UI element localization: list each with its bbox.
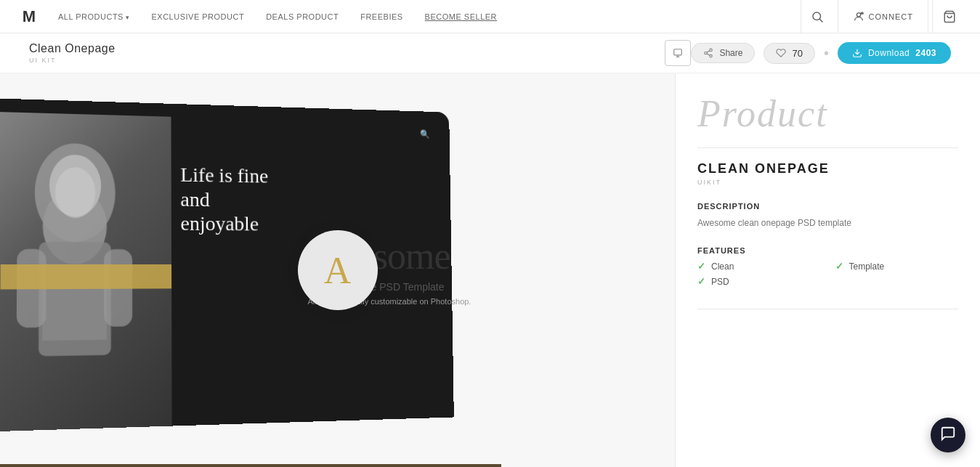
search-icon[interactable] — [801, 0, 834, 33]
share-label: Share — [719, 48, 742, 58]
download-button[interactable]: Download 2403 — [838, 42, 951, 64]
chat-bubble[interactable] — [931, 418, 965, 452]
main-nav: ALL PRODUCTS EXCLUSIVE PRODUCT DEALS PRO… — [58, 12, 801, 21]
site-headline: Life is fine and enjoyable — [180, 163, 418, 237]
svg-rect-18 — [39, 242, 111, 357]
check-icon-template: ✓ — [835, 261, 843, 272]
svg-line-13 — [707, 54, 710, 55]
divider-2 — [697, 309, 958, 309]
connect-button[interactable]: CONNECT — [838, 0, 928, 33]
share-button[interactable]: Share — [691, 43, 755, 63]
feature-psd-label: PSD — [711, 277, 729, 287]
product-name: Clean Onepage — [29, 42, 654, 55]
download-count: 2403 — [915, 48, 936, 58]
description-label: Description — [697, 202, 958, 211]
svg-rect-7 — [674, 49, 682, 55]
avatar-letter: A — [324, 249, 352, 292]
nav-all-products[interactable]: ALL PRODUCTS — [58, 12, 129, 21]
product-actions: Share 70 • Download 2403 — [691, 42, 951, 64]
svg-point-3 — [860, 12, 863, 15]
like-count: 70 — [792, 48, 802, 59]
feature-psd: ✓ PSD — [697, 276, 821, 287]
svg-line-14 — [707, 51, 710, 52]
svg-point-10 — [710, 49, 713, 52]
main-content: Life is fine and enjoyable 🔍 A Awesome — [0, 73, 980, 467]
feature-clean: ✓ Clean — [697, 261, 821, 272]
site-text: Life is fine and enjoyable — [180, 163, 418, 244]
site-search-icon: 🔍 — [420, 129, 430, 139]
connect-label: CONNECT — [869, 12, 913, 21]
nav-become-seller[interactable]: BECOME SELLER — [425, 12, 497, 21]
features-label: Features — [697, 246, 958, 255]
header: M ALL PRODUCTS EXCLUSIVE PRODUCT DEALS P… — [0, 0, 980, 33]
product-avatar: A — [298, 230, 378, 310]
svg-line-1 — [819, 19, 822, 22]
svg-point-11 — [705, 52, 708, 54]
check-icon-psd: ✓ — [697, 276, 705, 287]
nav-exclusive-product[interactable]: EXCLUSIVE PRODUCT — [151, 12, 244, 21]
sidebar-product-title: CLEAN ONEPAGE — [697, 161, 958, 176]
feature-clean-label: Clean — [711, 261, 734, 272]
svg-point-2 — [857, 12, 860, 16]
gold-bar — [1, 264, 171, 290]
check-icon-clean: ✓ — [697, 261, 705, 272]
right-sidebar: Product CLEAN ONEPAGE UIKIT Description … — [675, 73, 980, 467]
header-actions: CONNECT — [801, 0, 965, 33]
separator: • — [824, 46, 829, 60]
svg-point-0 — [813, 12, 821, 20]
preview-icon[interactable] — [665, 40, 691, 66]
product-category: UI KIT — [29, 57, 654, 64]
product-info: Clean Onepage UI KIT — [29, 42, 654, 64]
chat-icon — [940, 426, 956, 445]
nav-freebies[interactable]: FREEBIES — [360, 12, 402, 21]
description-text: Awesome clean onepage PSD template — [697, 216, 958, 230]
svg-point-12 — [710, 54, 713, 57]
cart-icon[interactable] — [932, 0, 965, 33]
like-button[interactable]: 70 — [764, 43, 814, 64]
nav-deals-product[interactable]: DEALS PRODUCT — [266, 12, 339, 21]
logo[interactable]: M — [15, 7, 44, 26]
feature-template: ✓ Template — [835, 261, 959, 272]
download-label: Download — [868, 48, 910, 58]
divider-1 — [697, 147, 958, 148]
preview-area: Life is fine and enjoyable 🔍 A Awesome — [0, 73, 675, 467]
product-script-title: Product — [697, 95, 958, 133]
sidebar-product-category: UIKIT — [697, 179, 958, 186]
features-list: ✓ Clean ✓ Template ✓ PSD — [697, 261, 958, 287]
product-title-bar: Clean Onepage UI KIT Share 70 • — [0, 33, 980, 73]
feature-template-label: Template — [849, 261, 885, 272]
